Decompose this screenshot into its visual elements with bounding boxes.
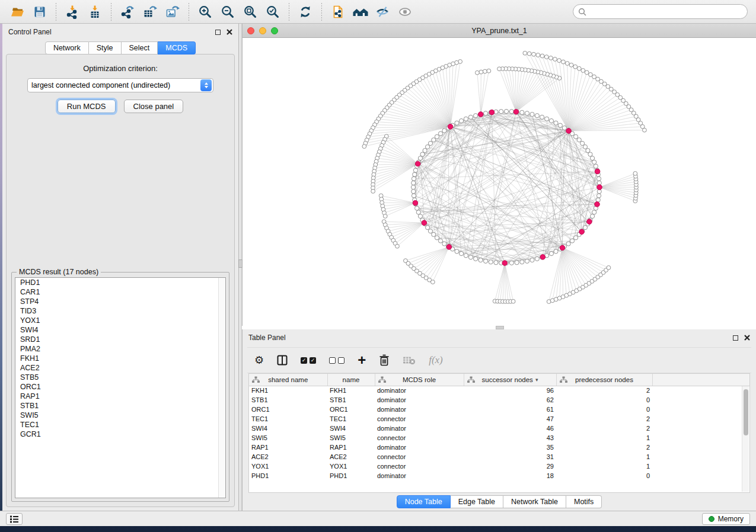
float-panel-icon[interactable] <box>733 335 738 341</box>
table-cell[interactable]: ACE2 <box>327 452 375 462</box>
tab-network[interactable]: Network <box>45 41 89 55</box>
network-node[interactable] <box>489 260 493 264</box>
mcds-result-item[interactable]: STP4 <box>15 297 225 306</box>
network-node[interactable] <box>565 62 569 66</box>
network-node[interactable] <box>455 121 459 125</box>
network-node[interactable] <box>594 164 598 168</box>
col-shared-name[interactable]: shared name <box>249 374 327 386</box>
network-node[interactable] <box>442 129 446 133</box>
network-node[interactable] <box>536 53 540 57</box>
zoom-in-button[interactable] <box>194 2 216 21</box>
network-node[interactable] <box>540 54 544 58</box>
network-node[interactable] <box>474 257 478 261</box>
network-node[interactable] <box>432 232 436 236</box>
import-table-button[interactable] <box>84 2 106 21</box>
network-node[interactable] <box>590 214 594 218</box>
network-canvas[interactable] <box>243 38 756 326</box>
network-node[interactable] <box>483 111 487 116</box>
network-node[interactable] <box>499 110 503 114</box>
mcds-result-item[interactable]: YOX1 <box>15 316 225 325</box>
network-node[interactable] <box>535 257 539 261</box>
network-node[interactable] <box>479 258 483 262</box>
zoom-selected-button[interactable] <box>261 2 284 21</box>
network-node[interactable] <box>592 210 596 214</box>
network-node[interactable] <box>442 242 446 246</box>
network-node[interactable] <box>415 206 419 210</box>
table-cell[interactable]: 0 <box>556 405 652 414</box>
refresh-layout-button[interactable] <box>294 2 317 21</box>
add-row-button[interactable]: + <box>358 354 366 366</box>
network-node[interactable] <box>412 181 416 185</box>
table-cell[interactable]: FKH1 <box>249 386 327 395</box>
table-cell[interactable]: ACE2 <box>249 452 327 462</box>
network-node[interactable] <box>525 111 529 116</box>
table-row[interactable]: TEC1TEC1connector472 <box>249 414 750 424</box>
table-cell[interactable]: STB1 <box>249 395 327 405</box>
network-node[interactable] <box>596 177 601 181</box>
network-node[interactable] <box>413 172 417 177</box>
scrollbar-thumb[interactable] <box>744 389 748 435</box>
search-input[interactable] <box>589 8 742 16</box>
network-node[interactable] <box>596 77 600 81</box>
network-node[interactable] <box>592 160 596 164</box>
network-node[interactable] <box>562 60 566 64</box>
table-cell[interactable]: connector <box>375 414 464 424</box>
mcds-network-node[interactable] <box>579 229 585 235</box>
mcds-network-node[interactable] <box>595 201 600 207</box>
network-node[interactable] <box>425 226 429 230</box>
table-cell[interactable]: connector <box>375 462 464 471</box>
table-cell[interactable]: dominator <box>375 386 464 395</box>
network-node[interactable] <box>497 67 502 71</box>
network-node[interactable] <box>589 73 593 77</box>
table-cell[interactable]: connector <box>375 452 464 462</box>
table-cell[interactable]: 2 <box>556 414 652 424</box>
network-node[interactable] <box>554 249 558 254</box>
col-successor-nodes[interactable]: successor nodes ▾ <box>464 374 556 386</box>
mcds-result-item[interactable]: GCR1 <box>15 430 225 439</box>
network-node[interactable] <box>569 63 573 67</box>
network-node[interactable] <box>530 258 534 262</box>
network-node[interactable] <box>535 114 539 118</box>
table-cell[interactable]: SWI5 <box>327 433 375 443</box>
network-node[interactable] <box>523 51 527 55</box>
table-scrollbar[interactable] <box>742 386 749 492</box>
mcds-result-item[interactable]: SWI5 <box>15 411 225 420</box>
network-node[interactable] <box>455 249 459 254</box>
network-node[interactable] <box>412 190 416 194</box>
table-cell[interactable]: STB1 <box>327 395 375 405</box>
network-node[interactable] <box>468 255 473 259</box>
splitter-grip[interactable] <box>238 259 243 268</box>
network-node[interactable] <box>515 261 519 265</box>
network-node[interactable] <box>362 145 366 149</box>
table-cell[interactable]: 96 <box>464 386 556 395</box>
tab-node-table[interactable]: Node Table <box>397 495 451 508</box>
network-node[interactable] <box>583 226 587 230</box>
mcds-result-list[interactable]: PHD1CAR1STP4TID3YOX1SWI4SRD1PMA2FKH1ACE2… <box>15 277 226 498</box>
tab-select[interactable]: Select <box>122 41 158 55</box>
table-row[interactable]: ACE2ACE2connector311 <box>249 452 750 462</box>
mcds-result-item[interactable]: STB1 <box>15 401 225 411</box>
close-panel-button[interactable]: Close panel <box>124 100 184 113</box>
network-node[interactable] <box>479 70 483 74</box>
hide-selected-button[interactable] <box>372 2 394 21</box>
network-node[interactable] <box>557 59 562 63</box>
table-row[interactable]: FKH1FKH1dominator962 <box>249 386 750 395</box>
network-node[interactable] <box>459 251 463 255</box>
network-node[interactable] <box>430 280 435 284</box>
network-graph[interactable] <box>243 38 756 326</box>
network-node[interactable] <box>583 145 587 149</box>
table-cell[interactable]: 0 <box>556 395 652 405</box>
table-cell[interactable]: YOX1 <box>249 462 327 471</box>
tab-network-table[interactable]: Network Table <box>503 495 566 508</box>
table-cell[interactable]: 35 <box>464 443 556 452</box>
result-list-scrollbar[interactable] <box>218 278 225 498</box>
network-titlebar[interactable]: YPA_prune.txt_1 <box>243 24 756 38</box>
network-node[interactable] <box>425 145 429 149</box>
export-network-button[interactable] <box>116 2 139 21</box>
tab-edge-table[interactable]: Edge Table <box>451 495 503 508</box>
network-node[interactable] <box>573 134 578 139</box>
network-node[interactable] <box>468 115 473 119</box>
network-node[interactable] <box>592 75 596 79</box>
table-cell[interactable]: 47 <box>464 414 556 424</box>
network-node[interactable] <box>511 299 515 303</box>
